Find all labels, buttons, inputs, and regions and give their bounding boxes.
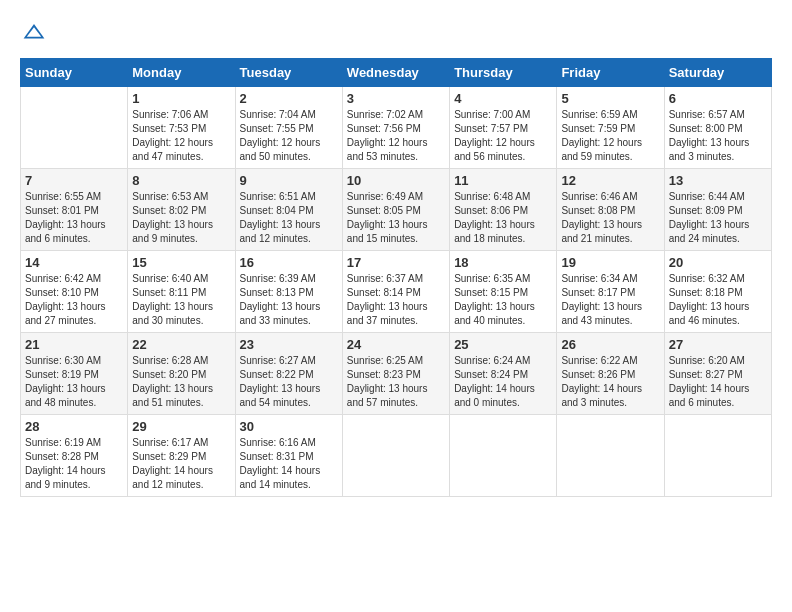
- calendar-week-5: 28Sunrise: 6:19 AMSunset: 8:28 PMDayligh…: [21, 415, 772, 497]
- day-info: Sunrise: 6:37 AMSunset: 8:14 PMDaylight:…: [347, 272, 445, 328]
- day-info: Sunrise: 6:22 AMSunset: 8:26 PMDaylight:…: [561, 354, 659, 410]
- day-number: 16: [240, 255, 338, 270]
- weekday-header-thursday: Thursday: [450, 59, 557, 87]
- day-info: Sunrise: 6:32 AMSunset: 8:18 PMDaylight:…: [669, 272, 767, 328]
- day-info: Sunrise: 6:30 AMSunset: 8:19 PMDaylight:…: [25, 354, 123, 410]
- calendar-cell: [664, 415, 771, 497]
- day-info: Sunrise: 6:42 AMSunset: 8:10 PMDaylight:…: [25, 272, 123, 328]
- calendar-cell: 25Sunrise: 6:24 AMSunset: 8:24 PMDayligh…: [450, 333, 557, 415]
- day-number: 8: [132, 173, 230, 188]
- day-number: 2: [240, 91, 338, 106]
- calendar-cell: [557, 415, 664, 497]
- calendar-cell: 9Sunrise: 6:51 AMSunset: 8:04 PMDaylight…: [235, 169, 342, 251]
- calendar-cell: 29Sunrise: 6:17 AMSunset: 8:29 PMDayligh…: [128, 415, 235, 497]
- day-info: Sunrise: 6:40 AMSunset: 8:11 PMDaylight:…: [132, 272, 230, 328]
- calendar-cell: [450, 415, 557, 497]
- weekday-header-sunday: Sunday: [21, 59, 128, 87]
- day-number: 13: [669, 173, 767, 188]
- day-info: Sunrise: 6:39 AMSunset: 8:13 PMDaylight:…: [240, 272, 338, 328]
- calendar-week-4: 21Sunrise: 6:30 AMSunset: 8:19 PMDayligh…: [21, 333, 772, 415]
- day-info: Sunrise: 7:02 AMSunset: 7:56 PMDaylight:…: [347, 108, 445, 164]
- day-number: 17: [347, 255, 445, 270]
- day-number: 5: [561, 91, 659, 106]
- calendar-cell: 13Sunrise: 6:44 AMSunset: 8:09 PMDayligh…: [664, 169, 771, 251]
- day-number: 11: [454, 173, 552, 188]
- day-number: 23: [240, 337, 338, 352]
- day-info: Sunrise: 7:04 AMSunset: 7:55 PMDaylight:…: [240, 108, 338, 164]
- calendar-cell: 30Sunrise: 6:16 AMSunset: 8:31 PMDayligh…: [235, 415, 342, 497]
- calendar-cell: 26Sunrise: 6:22 AMSunset: 8:26 PMDayligh…: [557, 333, 664, 415]
- day-number: 12: [561, 173, 659, 188]
- calendar-cell: 2Sunrise: 7:04 AMSunset: 7:55 PMDaylight…: [235, 87, 342, 169]
- day-number: 28: [25, 419, 123, 434]
- calendar-cell: 15Sunrise: 6:40 AMSunset: 8:11 PMDayligh…: [128, 251, 235, 333]
- calendar-cell: 16Sunrise: 6:39 AMSunset: 8:13 PMDayligh…: [235, 251, 342, 333]
- day-info: Sunrise: 6:25 AMSunset: 8:23 PMDaylight:…: [347, 354, 445, 410]
- weekday-header-saturday: Saturday: [664, 59, 771, 87]
- day-info: Sunrise: 6:44 AMSunset: 8:09 PMDaylight:…: [669, 190, 767, 246]
- day-number: 21: [25, 337, 123, 352]
- calendar-cell: 19Sunrise: 6:34 AMSunset: 8:17 PMDayligh…: [557, 251, 664, 333]
- page-header: [20, 20, 772, 48]
- day-info: Sunrise: 6:53 AMSunset: 8:02 PMDaylight:…: [132, 190, 230, 246]
- calendar-cell: 22Sunrise: 6:28 AMSunset: 8:20 PMDayligh…: [128, 333, 235, 415]
- day-number: 4: [454, 91, 552, 106]
- day-info: Sunrise: 6:28 AMSunset: 8:20 PMDaylight:…: [132, 354, 230, 410]
- day-info: Sunrise: 6:51 AMSunset: 8:04 PMDaylight:…: [240, 190, 338, 246]
- day-info: Sunrise: 6:49 AMSunset: 8:05 PMDaylight:…: [347, 190, 445, 246]
- day-info: Sunrise: 7:06 AMSunset: 7:53 PMDaylight:…: [132, 108, 230, 164]
- weekday-header-monday: Monday: [128, 59, 235, 87]
- calendar-table: SundayMondayTuesdayWednesdayThursdayFrid…: [20, 58, 772, 497]
- logo-mark: [20, 20, 46, 48]
- calendar-week-3: 14Sunrise: 6:42 AMSunset: 8:10 PMDayligh…: [21, 251, 772, 333]
- day-number: 15: [132, 255, 230, 270]
- weekday-header-row: SundayMondayTuesdayWednesdayThursdayFrid…: [21, 59, 772, 87]
- calendar-cell: 14Sunrise: 6:42 AMSunset: 8:10 PMDayligh…: [21, 251, 128, 333]
- calendar-cell: 21Sunrise: 6:30 AMSunset: 8:19 PMDayligh…: [21, 333, 128, 415]
- calendar-cell: 3Sunrise: 7:02 AMSunset: 7:56 PMDaylight…: [342, 87, 449, 169]
- logo: [20, 20, 46, 48]
- weekday-header-tuesday: Tuesday: [235, 59, 342, 87]
- day-number: 25: [454, 337, 552, 352]
- day-info: Sunrise: 6:35 AMSunset: 8:15 PMDaylight:…: [454, 272, 552, 328]
- day-number: 1: [132, 91, 230, 106]
- calendar-cell: 1Sunrise: 7:06 AMSunset: 7:53 PMDaylight…: [128, 87, 235, 169]
- calendar-cell: 23Sunrise: 6:27 AMSunset: 8:22 PMDayligh…: [235, 333, 342, 415]
- calendar-cell: 20Sunrise: 6:32 AMSunset: 8:18 PMDayligh…: [664, 251, 771, 333]
- day-number: 26: [561, 337, 659, 352]
- day-info: Sunrise: 6:20 AMSunset: 8:27 PMDaylight:…: [669, 354, 767, 410]
- calendar-cell: [21, 87, 128, 169]
- calendar-cell: 5Sunrise: 6:59 AMSunset: 7:59 PMDaylight…: [557, 87, 664, 169]
- day-number: 3: [347, 91, 445, 106]
- day-info: Sunrise: 6:48 AMSunset: 8:06 PMDaylight:…: [454, 190, 552, 246]
- calendar-cell: 8Sunrise: 6:53 AMSunset: 8:02 PMDaylight…: [128, 169, 235, 251]
- day-info: Sunrise: 6:55 AMSunset: 8:01 PMDaylight:…: [25, 190, 123, 246]
- calendar-cell: 11Sunrise: 6:48 AMSunset: 8:06 PMDayligh…: [450, 169, 557, 251]
- day-number: 6: [669, 91, 767, 106]
- day-info: Sunrise: 6:46 AMSunset: 8:08 PMDaylight:…: [561, 190, 659, 246]
- calendar-week-2: 7Sunrise: 6:55 AMSunset: 8:01 PMDaylight…: [21, 169, 772, 251]
- weekday-header-wednesday: Wednesday: [342, 59, 449, 87]
- day-info: Sunrise: 6:27 AMSunset: 8:22 PMDaylight:…: [240, 354, 338, 410]
- day-number: 14: [25, 255, 123, 270]
- calendar-cell: 18Sunrise: 6:35 AMSunset: 8:15 PMDayligh…: [450, 251, 557, 333]
- calendar-cell: 17Sunrise: 6:37 AMSunset: 8:14 PMDayligh…: [342, 251, 449, 333]
- day-number: 30: [240, 419, 338, 434]
- calendar-cell: 12Sunrise: 6:46 AMSunset: 8:08 PMDayligh…: [557, 169, 664, 251]
- day-number: 20: [669, 255, 767, 270]
- day-number: 9: [240, 173, 338, 188]
- day-info: Sunrise: 6:57 AMSunset: 8:00 PMDaylight:…: [669, 108, 767, 164]
- weekday-header-friday: Friday: [557, 59, 664, 87]
- calendar-cell: 24Sunrise: 6:25 AMSunset: 8:23 PMDayligh…: [342, 333, 449, 415]
- day-info: Sunrise: 6:24 AMSunset: 8:24 PMDaylight:…: [454, 354, 552, 410]
- day-number: 22: [132, 337, 230, 352]
- day-number: 29: [132, 419, 230, 434]
- day-info: Sunrise: 6:19 AMSunset: 8:28 PMDaylight:…: [25, 436, 123, 492]
- calendar-cell: 28Sunrise: 6:19 AMSunset: 8:28 PMDayligh…: [21, 415, 128, 497]
- day-info: Sunrise: 6:17 AMSunset: 8:29 PMDaylight:…: [132, 436, 230, 492]
- day-info: Sunrise: 7:00 AMSunset: 7:57 PMDaylight:…: [454, 108, 552, 164]
- calendar-cell: 7Sunrise: 6:55 AMSunset: 8:01 PMDaylight…: [21, 169, 128, 251]
- calendar-cell: [342, 415, 449, 497]
- day-number: 27: [669, 337, 767, 352]
- day-info: Sunrise: 6:59 AMSunset: 7:59 PMDaylight:…: [561, 108, 659, 164]
